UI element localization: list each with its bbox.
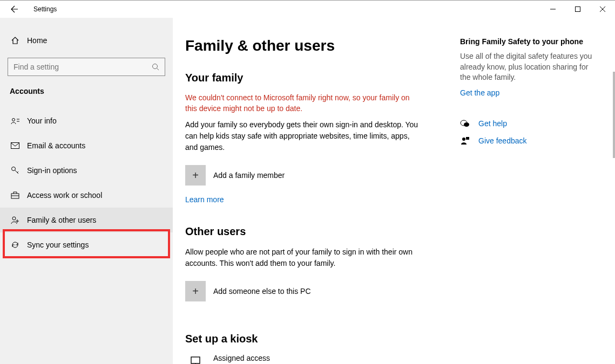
add-other-label: Add someone else to this PC <box>213 287 311 296</box>
help-chat-icon <box>460 119 471 128</box>
main-panel: Family & other users Your family We coul… <box>173 18 615 364</box>
sidebar: Home Accounts Your info Email & accounts <box>0 18 173 364</box>
sidebar-item-your-info[interactable]: Your info <box>0 108 173 133</box>
svg-point-23 <box>462 138 465 141</box>
people-icon <box>10 216 21 224</box>
sidebar-item-work-school[interactable]: Access work or school <box>0 183 173 208</box>
aside-safety-title: Bring Family Safety to your phone <box>460 37 593 46</box>
page-title: Family & other users <box>185 37 452 54</box>
app-title: Settings <box>33 5 57 13</box>
svg-point-4 <box>153 64 158 69</box>
section-heading: Accounts <box>0 87 173 95</box>
family-error-text: We couldn't connect to Microsoft family … <box>185 93 423 114</box>
maximize-button[interactable] <box>565 1 590 18</box>
sidebar-item-label: Sync your settings <box>27 241 89 249</box>
plus-icon: + <box>185 281 206 301</box>
add-family-label: Add a family member <box>213 171 285 180</box>
give-feedback-link[interactable]: Give feedback <box>478 136 527 145</box>
family-heading: Your family <box>185 72 452 84</box>
home-label: Home <box>27 36 47 45</box>
titlebar: Settings <box>0 1 615 18</box>
get-help-row[interactable]: Get help <box>460 119 593 128</box>
minimize-button[interactable] <box>540 1 565 18</box>
svg-point-10 <box>12 167 16 171</box>
close-button[interactable] <box>590 1 615 18</box>
aside-panel: Bring Family Safety to your phone Use al… <box>460 37 593 364</box>
get-app-link[interactable]: Get the app <box>460 88 593 97</box>
sidebar-item-label: Access work or school <box>27 191 102 200</box>
sidebar-home[interactable]: Home <box>0 30 173 51</box>
assigned-access-button[interactable]: Assigned access Set up this device as a … <box>185 354 452 364</box>
sidebar-item-label: Sign-in options <box>27 166 77 175</box>
home-icon <box>10 36 21 45</box>
add-family-member-button[interactable]: + Add a family member <box>185 165 452 186</box>
feedback-person-icon <box>460 136 471 146</box>
plus-icon: + <box>185 165 206 186</box>
svg-rect-18 <box>191 357 200 363</box>
back-arrow-icon[interactable] <box>10 5 18 13</box>
search-input[interactable] <box>13 63 152 71</box>
sidebar-item-email[interactable]: Email & accounts <box>0 133 173 158</box>
scrollbar-thumb[interactable] <box>613 72 615 158</box>
add-other-user-button[interactable]: + Add someone else to this PC <box>185 281 452 301</box>
sidebar-item-label: Email & accounts <box>27 141 85 150</box>
kiosk-title: Assigned access <box>213 354 405 362</box>
kiosk-heading: Set up a kiosk <box>185 333 452 345</box>
family-description: Add your family so everybody gets their … <box>185 119 423 153</box>
sidebar-item-label: Family & other users <box>27 216 96 224</box>
give-feedback-row[interactable]: Give feedback <box>460 136 593 146</box>
sidebar-item-signin[interactable]: Sign-in options <box>0 158 173 183</box>
briefcase-icon <box>10 191 21 199</box>
sidebar-item-sync[interactable]: Sync your settings <box>0 232 173 257</box>
kiosk-monitor-icon <box>185 354 206 364</box>
svg-line-5 <box>157 68 159 71</box>
key-icon <box>10 166 21 175</box>
svg-rect-9 <box>11 143 19 149</box>
svg-line-12 <box>17 171 18 173</box>
svg-point-22 <box>464 122 469 127</box>
aside-safety-desc: Use all of the digital safety features y… <box>460 51 593 83</box>
svg-point-6 <box>12 119 15 121</box>
search-icon <box>152 63 159 71</box>
mail-icon <box>10 142 21 149</box>
sync-icon <box>10 241 21 249</box>
scrollbar-track[interactable] <box>613 18 615 364</box>
other-users-heading: Other users <box>185 225 452 238</box>
get-help-link[interactable]: Get help <box>478 119 507 128</box>
other-users-description: Allow people who are not part of your fa… <box>185 246 423 269</box>
person-card-icon <box>10 117 21 125</box>
sidebar-item-label: Your info <box>27 116 57 125</box>
svg-point-15 <box>12 217 16 220</box>
svg-rect-24 <box>466 137 469 140</box>
search-box[interactable] <box>8 58 165 76</box>
sidebar-item-family[interactable]: Family & other users <box>0 208 173 232</box>
learn-more-link[interactable]: Learn more <box>185 195 224 204</box>
svg-rect-1 <box>576 7 580 12</box>
